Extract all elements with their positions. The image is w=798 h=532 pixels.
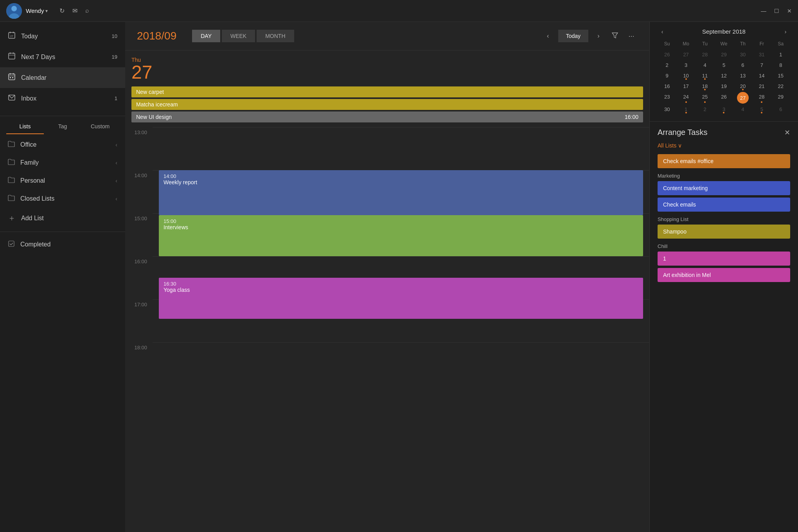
mini-cal-day-2-5[interactable]: 14 bbox=[752, 71, 771, 81]
mini-cal-day-3-4[interactable]: 20 bbox=[733, 81, 752, 91]
sidebar-list-personal[interactable]: Personal ‹ bbox=[0, 172, 125, 190]
task-item-3-1[interactable]: Art exhibition in Mel bbox=[658, 268, 790, 282]
mini-cal-day-3-1[interactable]: 17 bbox=[676, 81, 695, 91]
mini-cal-day-5-5[interactable]: 5 bbox=[752, 104, 771, 114]
mini-cal-day-5-6[interactable]: 6 bbox=[771, 104, 790, 114]
event-interviews[interactable]: 15:00 Interviews bbox=[159, 215, 643, 256]
avatar[interactable] bbox=[6, 3, 22, 19]
sidebar-completed[interactable]: Completed bbox=[0, 235, 125, 254]
mini-cal-day-4-0[interactable]: 23 bbox=[658, 92, 676, 104]
mini-cal-day-5-2[interactable]: 2 bbox=[696, 104, 714, 114]
maximize-button[interactable]: ☐ bbox=[774, 8, 779, 14]
user-name[interactable]: Wendy bbox=[26, 7, 44, 14]
add-icon: ＋ bbox=[8, 213, 16, 223]
mini-cal-day-5-3[interactable]: 3 bbox=[714, 104, 733, 114]
add-list-button[interactable]: ＋ Add List bbox=[0, 208, 125, 228]
event-weekly-report[interactable]: 14:00 Weekly report bbox=[159, 170, 643, 215]
mini-cal-day-2-0[interactable]: 9 bbox=[658, 71, 676, 81]
mini-cal-day-4-3[interactable]: 26 bbox=[714, 92, 733, 104]
mini-cal-next[interactable]: › bbox=[781, 29, 790, 35]
sidebar-item-inbox[interactable]: Inbox 1 bbox=[0, 88, 125, 109]
titlebar-actions: ↻ ✉ ⌕ bbox=[59, 7, 89, 14]
all-lists-button[interactable]: All Lists ∨ bbox=[658, 142, 790, 149]
search-icon[interactable]: ⌕ bbox=[85, 7, 89, 14]
mini-cal-day-2-2[interactable]: 11 bbox=[696, 71, 714, 81]
mini-cal-day-1-6[interactable]: 8 bbox=[771, 60, 790, 70]
event-time: 14:00 bbox=[164, 173, 638, 179]
personal-arrow[interactable]: ‹ bbox=[115, 178, 117, 184]
mini-cal-day-0-0[interactable]: 26 bbox=[658, 50, 676, 59]
task-item-3-0[interactable]: 1 bbox=[658, 252, 790, 266]
mini-cal-day-0-1[interactable]: 27 bbox=[676, 50, 695, 59]
mini-cal-day-0-3[interactable]: 29 bbox=[714, 50, 733, 59]
event-ui-design[interactable]: New UI design 16:00 bbox=[131, 111, 643, 122]
mini-cal-day-5-1[interactable]: 1 bbox=[676, 104, 695, 114]
mini-cal-day-4-6[interactable]: 29 bbox=[771, 92, 790, 104]
mini-cal-day-1-4[interactable]: 6 bbox=[733, 60, 752, 70]
tab-tag[interactable]: Tag bbox=[44, 119, 81, 134]
view-tab-week[interactable]: WEEK bbox=[222, 30, 255, 42]
mini-cal-day-3-6[interactable]: 22 bbox=[771, 81, 790, 91]
nav-prev-button[interactable]: ‹ bbox=[542, 30, 554, 42]
mini-cal-day-0-5[interactable]: 31 bbox=[752, 50, 771, 59]
mini-cal-day-4-4[interactable]: 27 bbox=[737, 92, 749, 104]
time-1600: 16:00 bbox=[125, 256, 153, 299]
mini-cal-day-1-1[interactable]: 3 bbox=[676, 60, 695, 70]
mini-cal-day-4-5[interactable]: 28 bbox=[752, 92, 771, 104]
sidebar-item-today[interactable]: 27 Today 10 bbox=[0, 26, 125, 47]
nav-next-button[interactable]: › bbox=[592, 30, 605, 42]
task-item-1-0[interactable]: Content marketing bbox=[658, 181, 790, 195]
mini-cal-day-3-0[interactable]: 16 bbox=[658, 81, 676, 91]
close-button[interactable]: ✕ bbox=[787, 8, 792, 14]
user-dropdown-icon[interactable]: ▾ bbox=[45, 8, 48, 14]
mini-cal-day-2-3[interactable]: 12 bbox=[714, 71, 733, 81]
tab-custom[interactable]: Custom bbox=[81, 119, 119, 134]
sidebar-item-next7days[interactable]: Next 7 Days 19 bbox=[0, 47, 125, 67]
sidebar-list-family[interactable]: Family ‹ bbox=[0, 154, 125, 172]
task-item-2-0[interactable]: Shampoo bbox=[658, 225, 790, 239]
mini-cal-day-3-3[interactable]: 19 bbox=[714, 81, 733, 91]
mini-cal-day-4-1[interactable]: 24 bbox=[676, 92, 695, 104]
more-button[interactable]: ··· bbox=[625, 30, 638, 42]
mini-cal-day-0-6[interactable]: 1 bbox=[771, 50, 790, 59]
event-yoga[interactable]: 16:30 Yoga class bbox=[159, 278, 643, 319]
task-section-label-2: Shopping List bbox=[658, 216, 790, 222]
view-tab-day[interactable]: DAY bbox=[192, 30, 220, 42]
day-number: 27 bbox=[131, 63, 643, 82]
mini-cal-day-5-0[interactable]: 30 bbox=[658, 104, 676, 114]
refresh-icon[interactable]: ↻ bbox=[59, 7, 65, 14]
mini-cal-prev[interactable]: ‹ bbox=[658, 29, 667, 35]
mini-cal-day-2-4[interactable]: 13 bbox=[733, 71, 752, 81]
event-matcha[interactable]: Matcha icecream bbox=[131, 99, 643, 110]
sidebar-item-calendar[interactable]: Calendar bbox=[0, 67, 125, 88]
mini-cal-day-0-2[interactable]: 28 bbox=[696, 50, 714, 59]
mini-cal-day-2-1[interactable]: 10 bbox=[676, 71, 695, 81]
arrange-tasks-close-button[interactable]: ✕ bbox=[784, 128, 790, 137]
minimize-button[interactable]: — bbox=[761, 8, 766, 14]
mini-cal-day-1-3[interactable]: 5 bbox=[714, 60, 733, 70]
today-button[interactable]: Today bbox=[558, 30, 588, 42]
family-arrow[interactable]: ‹ bbox=[115, 160, 117, 166]
mini-cal-day-1-5[interactable]: 7 bbox=[752, 60, 771, 70]
tab-lists[interactable]: Lists bbox=[6, 119, 44, 134]
sidebar-list-closed[interactable]: Closed Lists ‹ bbox=[0, 190, 125, 208]
office-arrow[interactable]: ‹ bbox=[115, 142, 117, 148]
mini-cal-day-3-5[interactable]: 21 bbox=[752, 81, 771, 91]
mini-cal-day-3-2[interactable]: 18 bbox=[696, 81, 714, 91]
mini-cal-day-4-2[interactable]: 25 bbox=[696, 92, 714, 104]
mini-cal-day-0-4[interactable]: 30 bbox=[733, 50, 752, 59]
event-new-carpet[interactable]: New carpet bbox=[131, 86, 643, 97]
mini-cal-day-2-6[interactable]: 15 bbox=[771, 71, 790, 81]
mini-cal-day-1-0[interactable]: 2 bbox=[658, 60, 676, 70]
filter-button[interactable] bbox=[609, 30, 621, 42]
closed-arrow[interactable]: ‹ bbox=[115, 196, 117, 202]
sidebar-list-office[interactable]: Office ‹ bbox=[0, 136, 125, 154]
task-item-0-0[interactable]: Check emails #office bbox=[658, 154, 790, 168]
task-section-label-1: Marketing bbox=[658, 173, 790, 179]
time-1300: 13:00 bbox=[125, 127, 153, 170]
mini-cal-day-5-4[interactable]: 4 bbox=[733, 104, 752, 114]
mail-icon[interactable]: ✉ bbox=[72, 7, 77, 14]
mini-cal-day-1-2[interactable]: 4 bbox=[696, 60, 714, 70]
task-item-1-1[interactable]: Check emails bbox=[658, 198, 790, 212]
view-tab-month[interactable]: MONTH bbox=[257, 30, 294, 42]
